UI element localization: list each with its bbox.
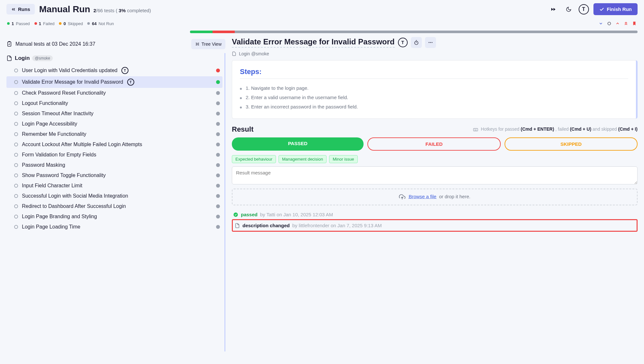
status-dot-icon [216, 215, 220, 219]
tree-view-label: Tree View [202, 42, 222, 47]
svg-rect-6 [474, 128, 478, 131]
status-dot-icon [216, 173, 220, 177]
test-name-label: Validate Error Message for Invalid Passw… [22, 79, 123, 85]
status-dot-icon [216, 204, 220, 208]
group-tag: @smoke [32, 55, 53, 61]
stat-skipped: 0 Skipped [59, 21, 83, 26]
check-icon [599, 7, 604, 12]
group-name: Login [15, 55, 30, 61]
page-title: Manual Run [39, 4, 90, 14]
radio-icon [14, 215, 18, 219]
test-row[interactable]: Session Timeout After Inactivity [6, 108, 223, 119]
test-row[interactable]: Form Validation for Empty Fields [6, 150, 223, 160]
test-row[interactable]: Validate Error Message for Invalid Passw… [6, 76, 223, 88]
stopwatch-icon [414, 40, 419, 45]
radio-icon [14, 112, 18, 116]
result-message-input[interactable] [232, 166, 638, 184]
session-title: Manual tests at 03 Dec 2024 16:37 [15, 41, 188, 47]
finish-run-button[interactable]: Finish Run [593, 3, 638, 15]
check-circle-icon [233, 212, 238, 217]
tests-list: Login @smoke User Login with Valid Crede… [6, 53, 225, 351]
progress-subtitle: 2/66 tests ( 3% completed) [93, 8, 151, 13]
status-dot-icon [216, 122, 220, 126]
app-logo-icon[interactable]: T [579, 4, 589, 14]
stat-failed: 1 Failed [34, 21, 55, 26]
detail-title[interactable]: Validate Error Message for Invalid Passw… [232, 37, 395, 48]
clipboard-icon [6, 41, 12, 47]
test-row[interactable]: Remember Me Functionality [6, 129, 223, 139]
radio-icon [14, 132, 18, 136]
stat-notrun: 64 Not Run [87, 21, 114, 26]
stopwatch-button[interactable] [411, 37, 422, 48]
file-icon [6, 55, 12, 61]
group-header: Login @smoke [6, 53, 223, 65]
status-dot-icon [216, 143, 220, 146]
reason-chip[interactable]: Expected behaviour [232, 155, 276, 163]
test-name-label: Session Timeout After Inactivity [22, 111, 93, 117]
step-item: 1. Navigate to the login page. [240, 83, 628, 93]
test-row[interactable]: Redirect to Dashboard After Successful L… [6, 201, 223, 211]
stat-passed: 1 Passed [7, 21, 30, 26]
chevron-up-icon[interactable] [615, 21, 620, 26]
timer-button[interactable] [563, 4, 574, 15]
bookmark-icon[interactable] [632, 21, 637, 26]
history-keyword: description changed [242, 223, 290, 228]
test-row[interactable]: Password Masking [6, 160, 223, 170]
test-row[interactable]: User Login with Valid Credentials update… [6, 65, 223, 76]
test-name-label: Successful Login with Social Media Integ… [22, 193, 128, 199]
radio-icon [14, 173, 18, 177]
status-dot-icon [216, 153, 220, 157]
test-row[interactable]: Input Field Character Limit [6, 181, 223, 191]
status-dot-icon [216, 184, 220, 188]
fast-forward-button[interactable] [548, 4, 559, 15]
test-row[interactable]: Login Page Loading Time [6, 222, 223, 232]
test-name-label: Check Password Reset Functionality [22, 90, 106, 96]
test-row[interactable]: Logout Functionality [6, 98, 223, 108]
radio-icon [14, 225, 18, 229]
skipped-button[interactable]: SKIPPED [505, 137, 638, 151]
test-name-label: Remember Me Functionality [22, 131, 86, 137]
status-dot-icon [216, 101, 220, 105]
status-dot-icon [216, 163, 220, 167]
radio-icon [14, 204, 18, 208]
reason-chip[interactable]: Minor issue [329, 155, 357, 163]
step-item: 2. Enter a valid username in the usernam… [240, 93, 628, 102]
step-item: 3. Enter an incorrect password in the pa… [240, 102, 628, 111]
passed-button[interactable]: PASSED [232, 137, 364, 151]
test-row[interactable]: Check Password Reset Functionality [6, 88, 223, 98]
test-row[interactable]: Show Password Toggle Functionality [6, 170, 223, 181]
status-dot-icon [216, 112, 220, 116]
browse-file-link[interactable]: Browse a file [409, 194, 436, 199]
svg-point-2 [414, 41, 418, 45]
chevron-up-double-icon[interactable] [623, 21, 629, 26]
test-row[interactable]: Account Lockout After Multiple Failed Lo… [6, 139, 223, 150]
reason-chip[interactable]: Management decision [279, 155, 327, 163]
test-row[interactable]: Successful Login with Social Media Integ… [6, 191, 223, 201]
chevron-down-icon[interactable] [598, 21, 603, 26]
radio-icon [14, 91, 18, 95]
breadcrumb: Login @smoke [232, 50, 638, 60]
test-name-label: Password Masking [22, 162, 65, 168]
radio-icon [14, 69, 18, 72]
status-dot-icon [216, 69, 220, 72]
file-dropzone[interactable]: Browse a file or drop it here. [232, 189, 638, 205]
fast-forward-icon [550, 6, 556, 12]
app-logo-small-icon[interactable]: T [398, 38, 408, 47]
radio-icon [14, 194, 18, 198]
svg-point-5 [431, 42, 432, 43]
test-name-label: Logout Functionality [22, 100, 68, 106]
test-row[interactable]: Login Page Accessibility [6, 119, 223, 129]
status-dot-icon [216, 194, 220, 198]
test-name-label: User Login with Valid Credentials update… [22, 68, 118, 73]
failed-button[interactable]: FAILED [367, 137, 500, 151]
tree-view-button[interactable]: Tree View [191, 39, 225, 49]
file-small-icon [232, 51, 236, 56]
radio-icon [14, 101, 18, 105]
runs-back-button[interactable]: Runs [6, 4, 35, 14]
circle-nav-icon[interactable] [607, 21, 612, 26]
test-name-label: Form Validation for Empty Fields [22, 152, 96, 158]
more-button[interactable] [425, 37, 436, 48]
test-name-label: Account Lockout After Multiple Failed Lo… [22, 142, 142, 147]
test-row[interactable]: Login Page Branding and Styling [6, 211, 223, 222]
app-logo-tiny-icon: T [127, 79, 134, 86]
